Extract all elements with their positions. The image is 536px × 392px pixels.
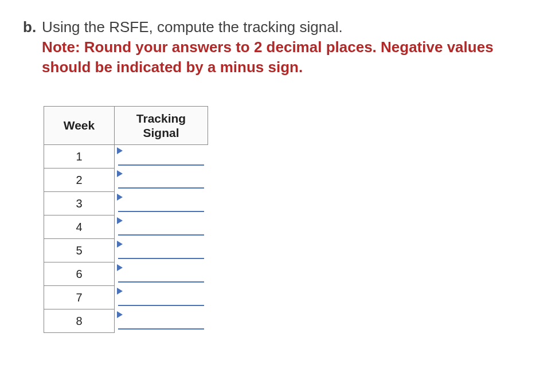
table-row: 4 <box>44 215 208 239</box>
tracking-signal-input[interactable] <box>118 148 204 166</box>
week-cell: 5 <box>44 239 115 262</box>
tracking-signal-input[interactable] <box>118 195 204 212</box>
tracking-signal-input[interactable] <box>118 312 204 330</box>
input-marker-icon <box>117 241 123 248</box>
table-row: 5 <box>44 239 208 262</box>
tracking-signal-input[interactable] <box>118 289 204 306</box>
question-note: Note: Round your answers to 2 decimal pl… <box>42 38 493 76</box>
input-marker-icon <box>117 194 123 201</box>
table-row: 8 <box>44 309 208 333</box>
question-block: b. Using the RSFE, compute the tracking … <box>23 17 513 77</box>
week-cell: 3 <box>44 192 115 215</box>
table-row: 3 <box>44 192 208 215</box>
table-row: 1 <box>44 145 208 168</box>
week-cell: 6 <box>44 262 115 286</box>
tracking-signal-input[interactable] <box>118 242 204 259</box>
tracking-signal-input[interactable] <box>118 171 204 189</box>
week-cell: 2 <box>44 168 115 192</box>
question-number: b. <box>23 17 36 37</box>
header-tracking-line2: Signal <box>143 126 179 139</box>
table-row: 2 <box>44 168 208 192</box>
question-text: Using the RSFE, compute the tracking sig… <box>42 18 343 36</box>
answer-table-area: Week Tracking Signal 1 2 <box>44 106 513 333</box>
table-row: 6 <box>44 262 208 286</box>
table-row: 7 <box>44 286 208 309</box>
input-marker-icon <box>117 288 123 295</box>
header-week: Week <box>44 107 115 145</box>
week-cell: 1 <box>44 145 115 168</box>
tracking-signal-input[interactable] <box>118 265 204 283</box>
week-cell: 7 <box>44 286 115 309</box>
input-marker-icon <box>117 147 123 154</box>
week-cell: 4 <box>44 215 115 239</box>
input-marker-icon <box>117 264 123 271</box>
header-tracking-line1: Tracking <box>136 112 186 125</box>
tracking-signal-table: Week Tracking Signal 1 2 <box>44 106 208 333</box>
input-marker-icon <box>117 170 123 177</box>
header-tracking-signal: Tracking Signal <box>115 107 208 145</box>
input-marker-icon <box>117 311 123 318</box>
tracking-signal-input[interactable] <box>118 218 204 236</box>
week-cell: 8 <box>44 309 115 333</box>
input-marker-icon <box>117 217 123 224</box>
